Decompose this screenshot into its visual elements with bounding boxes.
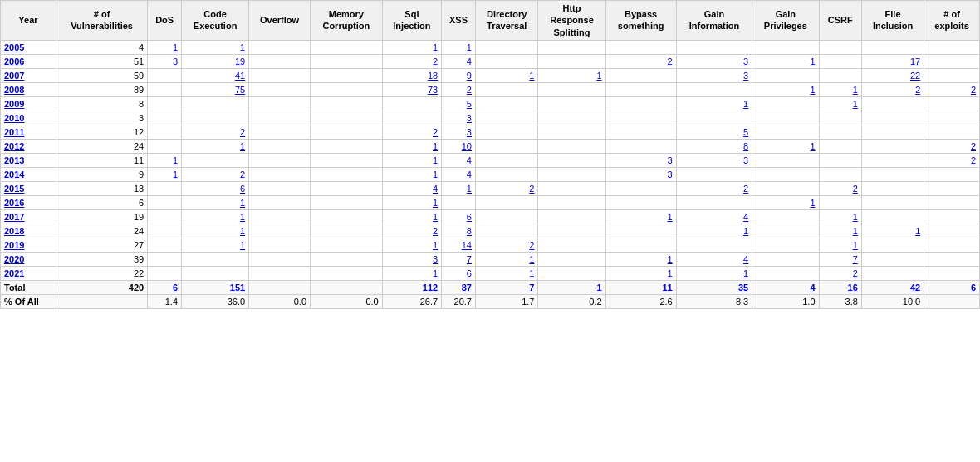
cell-year[interactable]: 2016 — [1, 195, 56, 209]
value-link[interactable]: 1 — [915, 226, 920, 236]
cell-year[interactable]: 2010 — [1, 111, 56, 125]
value-link[interactable]: 41 — [235, 71, 245, 81]
year-link[interactable]: 2019 — [4, 240, 24, 250]
value-link[interactable]: 1 — [240, 212, 245, 222]
total-value-link[interactable]: 7 — [529, 283, 534, 292]
value-link[interactable]: 6 — [240, 184, 245, 194]
value-link[interactable]: 3 — [743, 57, 748, 66]
value-link[interactable]: 3 — [668, 170, 673, 179]
value-link[interactable]: 4 — [467, 170, 472, 179]
value-link[interactable]: 1 — [810, 198, 815, 208]
total-value-link[interactable]: 1 — [596, 283, 601, 292]
year-link[interactable]: 2007 — [4, 71, 24, 81]
value-link[interactable]: 1 — [240, 42, 245, 52]
value-link[interactable]: 3 — [433, 254, 438, 264]
total-value-link[interactable]: 151 — [230, 283, 245, 292]
value-link[interactable]: 1 — [529, 71, 534, 81]
value-link[interactable]: 3 — [467, 113, 472, 123]
value-link[interactable]: 14 — [462, 240, 472, 250]
value-link[interactable]: 2 — [971, 155, 976, 165]
value-link[interactable]: 1 — [853, 85, 858, 95]
value-link[interactable]: 4 — [467, 57, 472, 66]
total-value-link[interactable]: 4 — [810, 283, 815, 292]
value-link[interactable]: 1 — [433, 42, 438, 52]
value-link[interactable]: 1 — [433, 268, 438, 278]
value-link[interactable]: 1 — [240, 240, 245, 250]
cell-year[interactable]: 2018 — [1, 224, 56, 238]
value-link[interactable]: 1 — [173, 42, 178, 52]
value-link[interactable]: 1 — [433, 198, 438, 208]
value-link[interactable]: 1 — [743, 99, 748, 109]
cell-year[interactable]: 2007 — [1, 68, 56, 82]
value-link[interactable]: 1 — [668, 268, 673, 278]
value-link[interactable]: 19 — [235, 57, 245, 66]
value-link[interactable]: 17 — [910, 57, 920, 66]
value-link[interactable]: 1 — [467, 184, 472, 194]
value-link[interactable]: 8 — [467, 226, 472, 236]
value-link[interactable]: 1 — [596, 71, 601, 81]
cell-year[interactable]: 2012 — [1, 139, 56, 153]
value-link[interactable]: 10 — [462, 141, 472, 151]
year-link[interactable]: 2011 — [4, 127, 24, 137]
value-link[interactable]: 5 — [467, 99, 472, 109]
value-link[interactable]: 5 — [743, 127, 748, 137]
year-link[interactable]: 2021 — [4, 268, 24, 278]
cell-year[interactable]: 2014 — [1, 167, 56, 181]
year-link[interactable]: 2020 — [4, 254, 24, 264]
year-link[interactable]: 2013 — [4, 155, 24, 165]
value-link[interactable]: 2 — [743, 184, 748, 194]
value-link[interactable]: 1 — [529, 254, 534, 264]
value-link[interactable]: 2 — [240, 170, 245, 179]
value-link[interactable]: 1 — [743, 268, 748, 278]
value-link[interactable]: 18 — [428, 71, 438, 81]
cell-year[interactable]: 2015 — [1, 181, 56, 195]
value-link[interactable]: 1 — [467, 42, 472, 52]
cell-year[interactable]: 2019 — [1, 238, 56, 252]
value-link[interactable]: 1 — [810, 141, 815, 151]
value-link[interactable]: 1 — [743, 226, 748, 236]
total-value-link[interactable]: 42 — [910, 283, 920, 292]
value-link[interactable]: 1 — [810, 85, 815, 95]
value-link[interactable]: 1 — [853, 99, 858, 109]
value-link[interactable]: 4 — [433, 184, 438, 194]
cell-year[interactable]: 2011 — [1, 125, 56, 139]
value-link[interactable]: 2 — [971, 141, 976, 151]
value-link[interactable]: 8 — [743, 141, 748, 151]
total-value-link[interactable]: 11 — [662, 283, 672, 292]
total-value-link[interactable]: 87 — [462, 283, 472, 292]
value-link[interactable]: 1 — [853, 240, 858, 250]
cell-year[interactable]: 2021 — [1, 266, 56, 280]
value-link[interactable]: 4 — [467, 155, 472, 165]
value-link[interactable]: 6 — [467, 212, 472, 222]
cell-year[interactable]: 2006 — [1, 54, 56, 68]
value-link[interactable]: 2 — [433, 127, 438, 137]
value-link[interactable]: 1 — [433, 240, 438, 250]
year-link[interactable]: 2014 — [4, 170, 24, 179]
value-link[interactable]: 1 — [853, 212, 858, 222]
value-link[interactable]: 2 — [467, 85, 472, 95]
cell-year[interactable]: 2005 — [1, 40, 56, 54]
value-link[interactable]: 4 — [743, 212, 748, 222]
year-link[interactable]: 2015 — [4, 184, 24, 194]
total-value-link[interactable]: 112 — [423, 283, 438, 292]
value-link[interactable]: 1 — [529, 268, 534, 278]
value-link[interactable]: 9 — [467, 71, 472, 81]
value-link[interactable]: 22 — [910, 71, 920, 81]
value-link[interactable]: 1 — [433, 212, 438, 222]
value-link[interactable]: 1 — [240, 226, 245, 236]
value-link[interactable]: 2 — [529, 240, 534, 250]
year-link[interactable]: 2018 — [4, 226, 24, 236]
total-value-link[interactable]: 35 — [738, 283, 748, 292]
year-link[interactable]: 2009 — [4, 99, 24, 109]
value-link[interactable]: 2 — [915, 85, 920, 95]
value-link[interactable]: 1 — [810, 57, 815, 66]
value-link[interactable]: 3 — [173, 57, 178, 66]
year-link[interactable]: 2010 — [4, 113, 24, 123]
cell-year[interactable]: 2017 — [1, 209, 56, 224]
value-link[interactable]: 2 — [433, 226, 438, 236]
value-link[interactable]: 1 — [433, 141, 438, 151]
value-link[interactable]: 6 — [467, 268, 472, 278]
value-link[interactable]: 1 — [173, 170, 178, 179]
value-link[interactable]: 1 — [173, 155, 178, 165]
value-link[interactable]: 1 — [240, 141, 245, 151]
